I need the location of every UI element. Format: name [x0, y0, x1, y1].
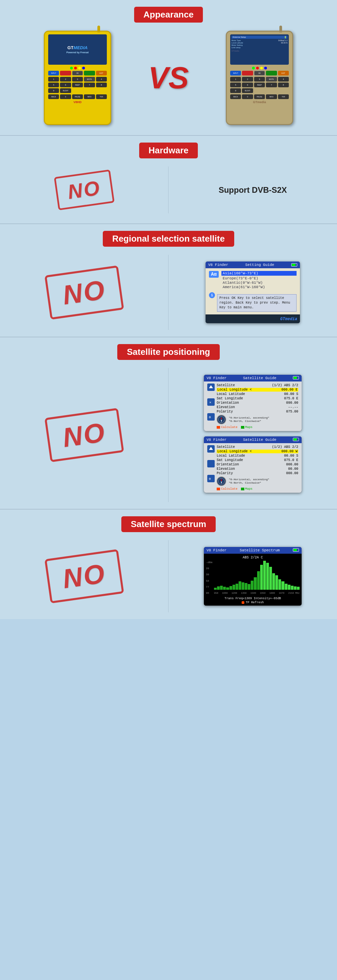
svg-marker-0	[209, 385, 213, 388]
regional-header: Regional selection satellite	[0, 231, 337, 247]
spec-bar-17	[266, 563, 269, 590]
regional-no-stamp: NO	[44, 265, 124, 320]
antenna-yellow	[97, 25, 100, 32]
gold-key-1[interactable]: 1	[230, 77, 241, 81]
gold-key-info[interactable]	[266, 71, 277, 75]
gold-key-3[interactable]: 3	[254, 77, 265, 81]
x-label-2: 1200	[232, 592, 237, 595]
key-input[interactable]: INPUT	[48, 71, 59, 75]
indicator-12v	[74, 67, 77, 69]
sat-compass-row-1: "0-Horizontal, ascending" "0-North, Cloc…	[217, 415, 298, 424]
gold-key-7[interactable]: 7	[266, 83, 277, 87]
key-blight[interactable]: BLIGHT	[60, 88, 71, 93]
spec-bar-13	[254, 577, 256, 590]
device-yellow: GTMEDIA Powered by Freesat INPUT OK EXIT	[44, 31, 111, 125]
spec-bar-3	[223, 587, 226, 590]
gold-key-0[interactable]: 0	[242, 94, 253, 99]
yellow-indicators	[70, 67, 85, 69]
regional-list: Asia(160°W-73°E) Europe(73°E-0°E) Atlant…	[221, 271, 297, 290]
spec-bar-16	[263, 561, 266, 590]
sat-pos-badge: Satellite positioning	[117, 344, 219, 360]
compass-svg-2	[218, 478, 225, 485]
hardware-cols: NO Support DVB-S2X	[0, 167, 337, 213]
arrow-icon	[208, 385, 213, 390]
gold-key-9[interactable]: 9	[230, 88, 241, 93]
key-beep[interactable]: BEEP	[72, 83, 83, 87]
sat-rows-1: Satellite (1/2) ABS 2/2 Local Longitude …	[217, 383, 298, 429]
hardware-badge: Hardware	[139, 143, 198, 158]
gold-bottom: BACK 0 PAUSE INFO TVR	[230, 94, 289, 99]
key-2[interactable]: 2	[60, 77, 71, 81]
sat-pos-screens: V8 Finder Satellite Guide	[204, 375, 302, 495]
key-8[interactable]: 8	[96, 83, 107, 87]
key-pause[interactable]: PAUSE	[72, 94, 83, 99]
sat-notes-1: "0-Horizontal, ascending" "0-North, Cloc…	[229, 416, 269, 423]
spec-bar-15	[260, 565, 263, 590]
gold-key-8[interactable]: 8	[278, 83, 289, 87]
key-7[interactable]: 7	[84, 83, 95, 87]
regional-content-row: Aα Asia(160°W-73°E) Europe(73°E-0°E) Atl…	[209, 271, 297, 290]
gold-key-pause[interactable]: PAUSE	[254, 94, 265, 99]
spec-bar-20	[275, 575, 278, 590]
gold-key-blight[interactable]: BLIGHT	[242, 88, 253, 93]
sat-row-1-1: Satellite (1/2) ABS 2/2	[217, 383, 298, 387]
hardware-section: Hardware NO Support DVB-S2X	[0, 136, 337, 223]
gold-ind-power	[252, 67, 255, 69]
spectrum-chart-title: ABS 2/2A C	[206, 556, 300, 559]
key-5[interactable]: 5	[48, 83, 59, 87]
sat-pos-cols: NO V8 Finder Satellite Guide	[0, 368, 337, 502]
sat-row-2-2-highlight: Local Longitude < 000.00 W	[217, 450, 298, 453]
sat-row-1-5: Orientation 090.00	[217, 401, 298, 405]
key-3[interactable]: 3	[72, 77, 83, 81]
x-label-1: 1060	[222, 592, 228, 595]
key-info2[interactable]: INFO	[84, 94, 95, 99]
key-back[interactable]: BACK	[48, 94, 59, 99]
regional-badge: Regional selection satellite	[103, 231, 234, 247]
sat-spec-no-stamp: NO	[44, 549, 124, 603]
spectrum-screen-header: V8 Finder Satellite Spectrum	[204, 547, 302, 554]
gold-key-beep[interactable]: BEEP	[254, 83, 265, 87]
sat-icon-tool-2	[207, 460, 215, 468]
gold-key-info[interactable]: INFO	[266, 94, 277, 99]
sat-row-2-6: Elevation 00.00	[217, 467, 298, 471]
key-1[interactable]: 1	[48, 77, 59, 81]
gold-key-ok[interactable]: OK	[254, 71, 265, 75]
key-4[interactable]: 4	[96, 77, 107, 81]
key-9[interactable]: 9	[48, 88, 59, 93]
gold-key-mute[interactable]: MUTE	[266, 77, 277, 81]
regional-battery-icon	[291, 263, 297, 267]
key-exit[interactable]: EXIT	[96, 71, 107, 75]
device-left-area: GTMEDIA Powered by Freesat INPUT OK EXIT	[13, 31, 141, 125]
key-mute[interactable]: MUTE	[84, 77, 95, 81]
gear-icon: ⚙	[208, 415, 213, 419]
key-tvr[interactable]: TVR	[96, 94, 107, 99]
gear-icon-2: ⚙	[208, 476, 213, 481]
yellow-screen: GTMEDIA Powered by Freesat	[48, 34, 107, 65]
sat-icon-gear-2: ⚙	[207, 475, 215, 482]
spec-bar-24	[288, 585, 291, 590]
svg-text:⚙: ⚙	[208, 477, 211, 481]
gold-key-6[interactable]: 6	[242, 83, 253, 87]
gold-key-tvr[interactable]: TVR	[278, 94, 289, 99]
spec-bar-5	[229, 586, 232, 590]
key-0[interactable]: 0	[60, 94, 71, 99]
gold-key-back[interactable]: BACK	[230, 94, 241, 99]
gold-row-4: Limit setup	[232, 46, 288, 49]
key-6[interactable]: 6	[60, 83, 71, 87]
gold-key-4[interactable]: 4	[278, 77, 289, 81]
regional-screen-body: Aα Asia(160°W-73°E) Europe(73°E-0°E) Atl…	[205, 268, 300, 314]
key-info[interactable]	[84, 71, 95, 75]
key-menu[interactable]	[60, 71, 71, 75]
x-label-3: 1350	[241, 592, 247, 595]
gold-key-2[interactable]: 2	[242, 77, 253, 81]
key-ok[interactable]: OK	[72, 71, 83, 75]
gold-key-5[interactable]: 5	[230, 83, 241, 87]
spec-bar-14	[257, 571, 260, 590]
sat-screen-1-finder: V8 Finder	[207, 376, 226, 380]
gold-key-input[interactable]: INPUT	[230, 71, 241, 75]
spec-bar-10	[245, 583, 247, 590]
gold-key-menu[interactable]	[242, 71, 253, 75]
y-label-4: 77	[206, 585, 212, 589]
gold-key-exit[interactable]: EXIT	[278, 71, 289, 75]
vs-text: VS	[141, 63, 196, 93]
